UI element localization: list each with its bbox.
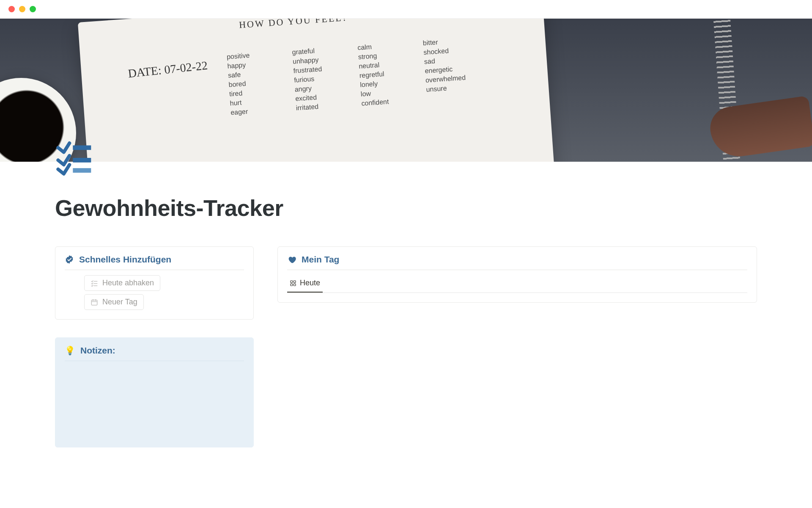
notes-header: 💡 Notizen: <box>65 345 244 361</box>
verified-badge-icon <box>65 255 74 264</box>
svg-rect-10 <box>291 281 293 283</box>
checklist-icon <box>56 140 92 176</box>
window-chrome <box>0 0 812 19</box>
quick-add-card: Schnelles Hinzufügen Heute abhaken <box>55 246 254 320</box>
svg-rect-2 <box>73 168 91 173</box>
lightbulb-icon: 💡 <box>65 345 75 356</box>
notes-title: Notizen: <box>80 345 115 356</box>
board-view-icon <box>290 280 296 287</box>
page-title[interactable]: Gewohnheits-Tracker <box>55 195 757 221</box>
my-day-card: Mein Tag Heute <box>277 246 757 303</box>
calendar-icon <box>91 298 98 306</box>
my-day-title: Mein Tag <box>302 254 339 265</box>
right-column: Mein Tag Heute <box>277 246 757 447</box>
minimize-window-button[interactable] <box>19 6 25 12</box>
checklist-small-icon <box>91 279 98 287</box>
my-day-tabs: Heute <box>287 275 747 293</box>
svg-rect-6 <box>91 300 97 305</box>
check-today-label: Heute abhaken <box>102 279 154 287</box>
svg-rect-13 <box>294 284 296 286</box>
check-today-button[interactable]: Heute abhaken <box>84 275 160 291</box>
my-day-header: Mein Tag <box>287 254 747 270</box>
new-day-button[interactable]: Neuer Tag <box>84 294 144 310</box>
quick-add-header: Schnelles Hinzufügen <box>65 254 244 270</box>
notes-card[interactable]: 💡 Notizen: <box>55 337 254 447</box>
cover-image[interactable]: positivehappysafeboredtiredhurteager gra… <box>0 19 812 162</box>
tab-heute[interactable]: Heute <box>287 275 323 293</box>
svg-rect-12 <box>291 284 293 286</box>
left-column: Schnelles Hinzufügen Heute abhaken <box>55 246 254 447</box>
quick-add-title: Schnelles Hinzufügen <box>79 254 171 265</box>
page-content: Gewohnheits-Tracker Schnelles Hinzufügen <box>0 195 812 447</box>
heart-icon <box>287 255 296 264</box>
columns-layout: Schnelles Hinzufügen Heute abhaken <box>55 246 757 447</box>
svg-rect-11 <box>294 281 296 283</box>
svg-rect-0 <box>73 145 91 150</box>
quick-add-buttons: Heute abhaken Neuer Tag <box>65 275 244 310</box>
close-window-button[interactable] <box>8 6 15 12</box>
new-day-label: Neuer Tag <box>102 298 137 306</box>
svg-rect-1 <box>73 158 91 163</box>
page-icon[interactable] <box>56 140 92 176</box>
tab-heute-label: Heute <box>300 279 320 287</box>
fullscreen-window-button[interactable] <box>30 6 36 12</box>
